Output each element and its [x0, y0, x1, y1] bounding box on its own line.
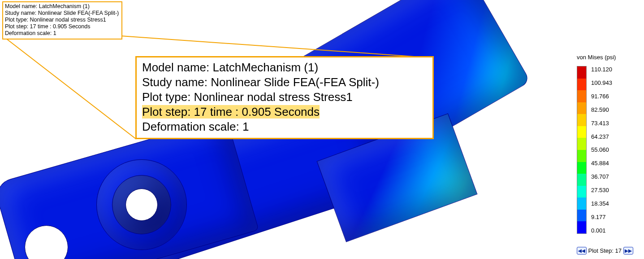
plot-step-prev-button[interactable]: ◀◀	[577, 247, 587, 255]
legend-value: 36.707	[591, 173, 612, 180]
caption-deform: Deformation scale: 1	[142, 119, 427, 134]
caption-step: Plot step: 17 time : 0.905 Seconds	[5, 23, 119, 30]
legend-value: 91.766	[591, 93, 612, 100]
legend-value: 64.237	[591, 133, 612, 140]
plot-caption-small: Model name: LatchMechanism (1) Study nam…	[2, 1, 122, 40]
legend-value: 100.943	[591, 79, 612, 86]
caption-study: Study name: Nonlinear Slide FEA(-FEA Spl…	[142, 75, 427, 90]
svg-line-0	[3, 36, 136, 139]
caption-study: Study name: Nonlinear Slide FEA(-FEA Spl…	[5, 10, 119, 17]
caption-deform: Deformation scale: 1	[5, 30, 119, 37]
legend-value: 45.884	[591, 160, 612, 167]
legend-colorbar	[577, 66, 587, 234]
legend-value: 110.120	[591, 66, 612, 73]
plot-caption-zoom: Model name: LatchMechanism (1) Study nam…	[135, 56, 434, 139]
svg-line-1	[121, 36, 420, 57]
fea-viewport[interactable]: Model name: LatchMechanism (1) Study nam…	[0, 0, 644, 259]
legend-value: 73.413	[591, 120, 612, 127]
caption-step-highlighted: Plot step: 17 time : 0.905 Seconds	[142, 105, 427, 119]
plot-step-next-button[interactable]: ▶▶	[623, 247, 633, 255]
legend-value: 0.001	[591, 227, 612, 234]
stress-legend: von Mises (psi) 110.120100.94391.76682.5…	[577, 54, 630, 234]
caption-plottype: Plot type: Nonlinear nodal stress Stress…	[5, 17, 119, 23]
legend-labels: 110.120100.94391.76682.59073.41364.23755…	[591, 66, 612, 234]
caption-plottype: Plot type: Nonlinear nodal stress Stress…	[142, 90, 427, 105]
legend-value: 9.177	[591, 214, 612, 220]
legend-value: 18.354	[591, 200, 612, 207]
legend-value: 82.590	[591, 106, 612, 113]
caption-model: Model name: LatchMechanism (1)	[142, 60, 427, 75]
legend-value: 27.530	[591, 187, 612, 193]
caption-model: Model name: LatchMechanism (1)	[5, 3, 119, 10]
legend-title: von Mises (psi)	[577, 54, 630, 61]
legend-value: 55.060	[591, 146, 612, 153]
plot-step-stepper: ◀◀ Plot Step: 17 ▶▶	[576, 247, 634, 255]
plot-step-label: Plot Step: 17	[588, 247, 622, 254]
